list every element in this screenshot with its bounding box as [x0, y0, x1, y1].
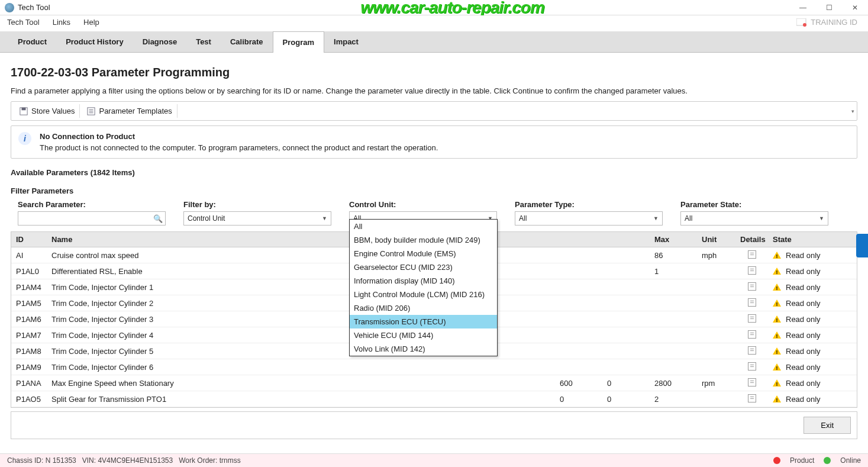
footer-button-bar: Exit	[11, 411, 857, 439]
details-icon	[748, 378, 756, 387]
search-icon: 🔍	[153, 214, 163, 223]
minimize-button[interactable]: —	[790, 0, 816, 15]
menu-help[interactable]: Help	[83, 18, 99, 27]
menu-links[interactable]: Links	[53, 18, 70, 27]
column-max[interactable]: Max	[650, 232, 697, 247]
control-unit-option[interactable]: Light Control Module (LCM) (MID 216)	[350, 288, 497, 301]
cell-max: 1	[650, 264, 697, 279]
cell-state: Read only	[768, 344, 857, 359]
cell-state: Read only	[768, 392, 857, 407]
menu-techtool[interactable]: Tech Tool	[7, 18, 40, 27]
cell-value: 600	[555, 376, 602, 391]
warning-icon	[773, 268, 781, 275]
parameter-state-select[interactable]: All▼	[680, 211, 828, 226]
warning-icon	[773, 315, 781, 323]
details-icon	[748, 362, 756, 371]
column-id[interactable]: ID	[11, 232, 47, 247]
control-unit-option[interactable]: Transmission ECU (TECU)	[350, 315, 497, 328]
control-unit-option[interactable]: Gearselector ECU (MID 223)	[350, 260, 497, 274]
cell-unit	[697, 396, 735, 402]
cell-name: Split Gear for Transmission PTO1	[47, 392, 555, 407]
filter-by-select[interactable]: Control Unit▼	[183, 211, 331, 226]
column-value[interactable]	[555, 232, 602, 247]
cell-unit	[697, 268, 735, 274]
cell-details[interactable]	[735, 279, 768, 295]
cell-unit	[697, 316, 735, 322]
control-unit-option[interactable]: Volvo Link (MID 142)	[350, 342, 497, 356]
store-values-button[interactable]: Store Values	[15, 104, 80, 118]
toolbar-dropdown-icon[interactable]: ▾	[851, 108, 854, 114]
search-parameter-input[interactable]	[21, 214, 153, 223]
table-row[interactable]: P1AM9Trim Code, Injector Cylinder 6Read …	[11, 359, 857, 375]
tab-test[interactable]: Test	[186, 31, 221, 52]
cell-id: P1AM9	[11, 360, 47, 375]
parameter-state-label: Parameter State:	[680, 200, 828, 209]
window-titlebar: Tech Tool www.car-auto-repair.com — ☐ ✕	[0, 0, 868, 15]
cell-min	[602, 284, 650, 290]
chevron-down-icon: ▼	[819, 215, 824, 221]
column-unit[interactable]: Unit	[697, 232, 735, 247]
details-icon	[748, 298, 756, 307]
column-state[interactable]: State	[768, 232, 857, 247]
control-unit-option[interactable]: All	[350, 220, 497, 233]
cell-value	[555, 300, 602, 306]
cell-details[interactable]	[735, 343, 768, 359]
tab-product[interactable]: Product	[8, 31, 56, 52]
control-unit-option[interactable]: Vehicle ECU (MID 144)	[350, 328, 497, 342]
tab-product-history[interactable]: Product History	[56, 31, 133, 52]
cell-id: P1AO5	[11, 392, 47, 407]
tabbar: ProductProduct HistoryDiagnoseTestCalibr…	[0, 31, 868, 53]
cell-details[interactable]	[735, 247, 768, 263]
table-row[interactable]: P1ANAMax Engine Speed when Stationary600…	[11, 375, 857, 391]
filter-by-label: Filter by:	[183, 200, 331, 209]
table-row[interactable]: P1AO5Split Gear for Transmission PTO1002…	[11, 391, 857, 407]
teamviewer-side-handle[interactable]	[856, 234, 868, 257]
control-unit-option[interactable]: Engine Control Module (EMS)	[350, 247, 497, 260]
control-unit-option[interactable]: BBM, body builder module (MID 249)	[350, 233, 497, 247]
maximize-button[interactable]: ☐	[816, 0, 842, 15]
svg-point-1	[803, 23, 806, 27]
cell-id: P1ANA	[11, 376, 47, 391]
cell-unit	[697, 300, 735, 306]
tab-impact[interactable]: Impact	[324, 31, 368, 52]
cell-id: P1AL0	[11, 264, 47, 279]
window-title: Tech Tool	[18, 3, 50, 12]
parameter-templates-button[interactable]: Parameter Templates	[82, 104, 177, 118]
cell-details[interactable]	[735, 375, 768, 391]
cell-state: Read only	[768, 296, 857, 311]
cell-state: Read only	[768, 360, 857, 375]
cell-max: 86	[650, 248, 697, 263]
cell-details[interactable]	[735, 359, 768, 375]
search-parameter-input-wrap[interactable]: 🔍	[18, 211, 166, 226]
cell-min	[602, 316, 650, 322]
tab-program[interactable]: Program	[273, 31, 324, 53]
column-min[interactable]	[602, 232, 650, 247]
cell-id: P1AM4	[11, 280, 47, 295]
cell-max	[650, 300, 697, 306]
page-title: 1700-22-03-03 Parameter Programming	[11, 66, 857, 79]
cell-unit	[697, 348, 735, 354]
chevron-down-icon: ▼	[322, 215, 327, 221]
parameter-type-select[interactable]: All▼	[515, 211, 663, 226]
exit-button[interactable]: Exit	[804, 417, 851, 434]
control-unit-dropdown-list[interactable]: AllBBM, body builder module (MID 249)Eng…	[349, 219, 498, 356]
cell-min	[602, 268, 650, 274]
cell-details[interactable]	[735, 311, 768, 327]
tab-calibrate[interactable]: Calibrate	[221, 31, 273, 52]
tab-diagnose[interactable]: Diagnose	[133, 31, 187, 52]
cell-min: 0	[602, 392, 650, 407]
cell-value	[555, 316, 602, 322]
cell-details[interactable]	[735, 391, 768, 407]
control-unit-option[interactable]: Radio (MID 206)	[350, 301, 497, 315]
cell-details[interactable]	[735, 295, 768, 311]
column-details[interactable]: Details	[735, 232, 768, 247]
close-button[interactable]: ✕	[842, 0, 868, 15]
svg-rect-3	[22, 107, 26, 109]
menubar: Tech Tool Links Help TRAINING ID	[0, 15, 868, 31]
cell-max	[650, 348, 697, 354]
app-icon	[5, 3, 14, 12]
cell-details[interactable]	[735, 263, 768, 279]
cell-state: Read only	[768, 280, 857, 295]
cell-details[interactable]	[735, 327, 768, 343]
control-unit-option[interactable]: Information display (MID 140)	[350, 274, 497, 288]
